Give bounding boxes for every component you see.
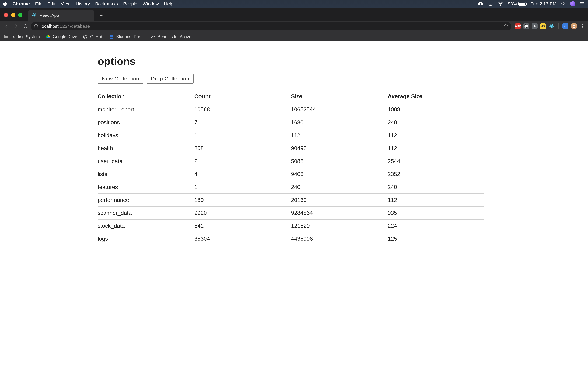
- table-row[interactable]: health80890496112: [98, 142, 484, 155]
- maximize-window-button[interactable]: [18, 13, 22, 17]
- bookmark-trading-system[interactable]: Trading System: [3, 34, 40, 39]
- benefits-icon: [151, 34, 155, 39]
- cell-size: 9408: [291, 168, 388, 181]
- table-row[interactable]: logs353044435996125: [98, 233, 484, 245]
- svg-rect-21: [111, 35, 112, 36]
- react-icon: [32, 13, 37, 18]
- bookmark-benefits[interactable]: Benefits for Active…: [151, 34, 196, 39]
- col-header-collection[interactable]: Collection: [98, 91, 194, 103]
- close-window-button[interactable]: [4, 13, 8, 17]
- cast-icon[interactable]: [562, 23, 568, 29]
- menu-window[interactable]: Window: [143, 1, 159, 7]
- folder-icon: [3, 34, 8, 39]
- chrome-menu-button[interactable]: [579, 24, 586, 28]
- github-icon: [83, 34, 88, 39]
- svg-rect-24: [111, 36, 112, 37]
- table-row[interactable]: performance18020160112: [98, 194, 484, 207]
- siri-icon[interactable]: [570, 1, 575, 7]
- col-header-size[interactable]: Size: [291, 91, 388, 103]
- table-row[interactable]: user_data250882544: [98, 155, 484, 168]
- cell-avg: 240: [388, 181, 484, 194]
- site-info-icon[interactable]: [34, 24, 38, 28]
- menu-edit[interactable]: Edit: [48, 1, 55, 7]
- new-tab-button[interactable]: +: [98, 12, 105, 19]
- menu-bookmarks[interactable]: Bookmarks: [95, 1, 118, 7]
- new-collection-button[interactable]: New Collection: [98, 74, 144, 84]
- cell-collection: scanner_data: [98, 207, 194, 219]
- address-bar[interactable]: localhost:1234/database: [31, 22, 511, 30]
- bookmark-google-drive[interactable]: Google Drive: [46, 34, 77, 39]
- ext-react-icon[interactable]: [548, 23, 554, 29]
- cell-avg: 112: [388, 129, 484, 142]
- spotlight-icon[interactable]: [561, 1, 566, 6]
- menu-view[interactable]: View: [61, 1, 70, 7]
- menu-people[interactable]: People: [123, 1, 137, 7]
- bookmark-label: Benefits for Active…: [158, 34, 196, 39]
- browser-tab[interactable]: React App ×: [28, 10, 95, 21]
- cell-count: 1: [194, 129, 291, 142]
- cloud-upload-icon[interactable]: [477, 2, 483, 6]
- svg-rect-23: [110, 36, 111, 37]
- wifi-icon[interactable]: [498, 2, 503, 6]
- cell-count: 10568: [194, 103, 291, 116]
- cell-avg: 112: [388, 142, 484, 155]
- profile-avatar[interactable]: [571, 23, 577, 29]
- col-header-avg[interactable]: Average Size: [388, 91, 484, 103]
- close-tab-button[interactable]: ×: [88, 13, 90, 18]
- cell-collection: user_data: [98, 155, 194, 168]
- table-row[interactable]: features1240240: [98, 181, 484, 194]
- drop-collection-button[interactable]: Drop Collection: [147, 74, 194, 84]
- collections-table: Collection Count Size Average Size monit…: [98, 91, 484, 245]
- airplay-icon[interactable]: [488, 2, 493, 6]
- apple-logo-icon[interactable]: [3, 1, 7, 6]
- ext-chat-icon[interactable]: 💬: [523, 23, 529, 29]
- clock[interactable]: Tue 2:13 PM: [531, 1, 556, 7]
- table-row[interactable]: scanner_data99209284864935: [98, 207, 484, 219]
- cell-size: 90496: [291, 142, 388, 155]
- svg-point-13: [36, 25, 36, 25]
- back-button[interactable]: [2, 22, 11, 30]
- battery-status[interactable]: 93%: [508, 1, 526, 7]
- cell-size: 240: [291, 181, 388, 194]
- app-name[interactable]: Chrome: [13, 1, 30, 7]
- reload-button[interactable]: [21, 22, 30, 30]
- cell-count: 7: [194, 116, 291, 129]
- svg-rect-20: [110, 35, 111, 36]
- svg-point-19: [573, 25, 575, 26]
- cell-collection: logs: [98, 233, 194, 245]
- extensions-row: ABP 💬 JS: [512, 23, 586, 29]
- svg-rect-27: [111, 37, 112, 38]
- table-row[interactable]: lists494082352: [98, 168, 484, 181]
- menu-help[interactable]: Help: [164, 1, 173, 7]
- svg-point-7: [34, 15, 35, 16]
- cell-count: 1: [194, 181, 291, 194]
- ext-js-icon[interactable]: JS: [540, 23, 546, 29]
- bookmark-bluehost[interactable]: Bluehost Portal: [109, 34, 145, 39]
- page-title: options: [98, 55, 484, 67]
- bookmarks-bar: Trading System Google Drive GitHub Blueh…: [0, 32, 588, 41]
- control-center-icon[interactable]: [580, 2, 585, 6]
- cell-avg: 112: [388, 194, 484, 207]
- bookmark-star-icon[interactable]: [504, 23, 508, 29]
- battery-icon: [518, 2, 526, 6]
- svg-rect-28: [112, 37, 113, 38]
- ext-drive-icon[interactable]: [532, 23, 538, 29]
- svg-rect-22: [112, 35, 113, 36]
- table-header-row: Collection Count Size Average Size: [98, 91, 484, 103]
- table-row[interactable]: monitor_report10568106525441008: [98, 103, 484, 116]
- menu-history[interactable]: History: [76, 1, 90, 7]
- url-text: localhost:1234/database: [41, 24, 90, 29]
- bluehost-icon: [109, 34, 114, 39]
- battery-pct-label: 93%: [508, 1, 517, 7]
- table-row[interactable]: positions71680240: [98, 116, 484, 129]
- col-header-count[interactable]: Count: [194, 91, 291, 103]
- minimize-window-button[interactable]: [11, 13, 15, 17]
- page-content: options New Collection Drop Collection C…: [0, 41, 588, 245]
- table-row[interactable]: stock_data541121520224: [98, 219, 484, 233]
- table-row[interactable]: holidays1112112: [98, 129, 484, 142]
- forward-button[interactable]: [12, 22, 20, 30]
- bookmark-github[interactable]: GitHub: [83, 34, 103, 39]
- ext-abp-icon[interactable]: ABP: [515, 23, 521, 29]
- cell-count: 541: [194, 219, 291, 233]
- menu-file[interactable]: File: [35, 1, 42, 7]
